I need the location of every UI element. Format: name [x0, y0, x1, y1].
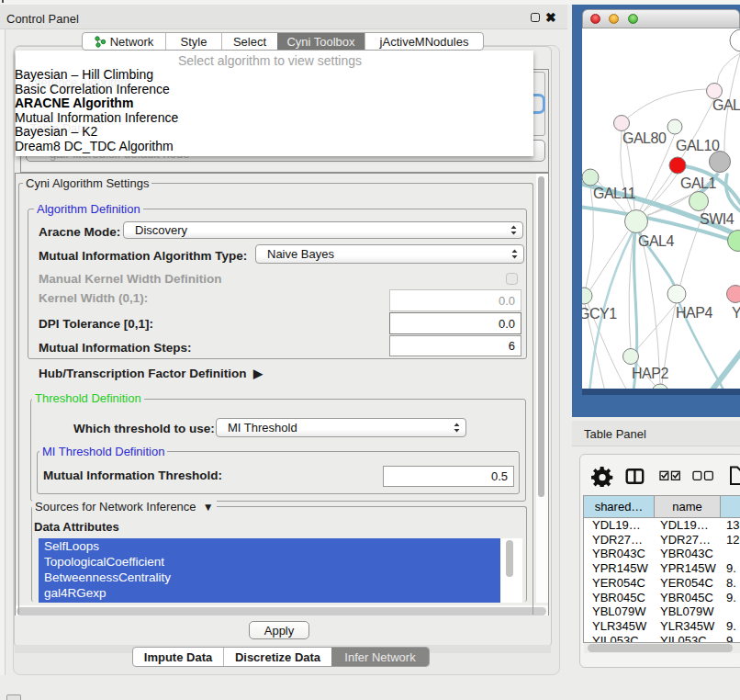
- svg-text:GAL4: GAL4: [638, 233, 675, 249]
- svg-text:GAL11: GAL11: [593, 186, 636, 201]
- svg-text:GAL: GAL: [712, 97, 740, 113]
- svg-text:GAL80: GAL80: [622, 130, 667, 146]
- svg-text:GAL1: GAL1: [680, 175, 717, 191]
- svg-text:Y: Y: [732, 305, 740, 321]
- svg-text:SWI4: SWI4: [700, 211, 734, 227]
- svg-text:HAP2: HAP2: [632, 366, 668, 381]
- svg-text:GCY1: GCY1: [582, 306, 617, 322]
- svg-text:HAP4: HAP4: [676, 305, 712, 321]
- svg-text:GAL10: GAL10: [676, 138, 720, 153]
